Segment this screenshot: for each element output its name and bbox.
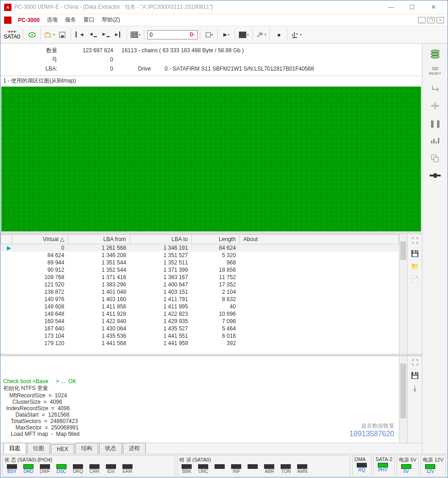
tab-状态[interactable]: 状态 — [99, 443, 122, 454]
minimize-button[interactable]: — — [381, 1, 402, 14]
tab-位图[interactable]: 位图 — [27, 443, 50, 454]
exit-button[interactable]: ▾ — [290, 28, 302, 41]
close-button[interactable]: ✕ — [423, 1, 444, 14]
sata-port-button[interactable]: SATA0 — [3, 28, 21, 41]
value-lba: 0 — [62, 65, 117, 73]
bar-chart-icon[interactable] — [430, 135, 441, 146]
status-state-label: 状 态 (SATA0)-[PIO4] — [5, 456, 173, 463]
save-list-icon[interactable]: 💾 — [411, 250, 419, 258]
reset-icon[interactable]: RESET — [430, 66, 441, 77]
app-icon: A — [4, 4, 11, 11]
table-row[interactable]: 138 8721 401 0481 403 1512 104 — [1, 288, 399, 296]
grid-icon — [131, 32, 138, 38]
mdi-restore-button[interactable]: ❐ — [427, 17, 435, 23]
sector-bitmap[interactable] — [0, 86, 422, 232]
svg-point-5 — [32, 34, 33, 35]
status-group-5v: 电源 5V 5V — [397, 455, 419, 477]
play-button[interactable]: ▶▾ — [221, 28, 232, 41]
chain-table[interactable]: Virtual △LBA fromLBA toLengthAbout ▶01 2… — [0, 234, 399, 354]
maximize-button[interactable]: ☐ — [402, 1, 423, 14]
tab-HEX[interactable]: HEX — [51, 444, 74, 454]
status-group-state: 状 态 (SATA0)-[PIO4] BSYDRDDWFDSCDRQCRRIDX… — [2, 455, 175, 477]
nav-next-button[interactable]: ►▬ — [100, 28, 111, 41]
log-line: ClusterSize = 4096 — [3, 399, 396, 405]
drive-stack-icon[interactable] — [430, 48, 441, 59]
sata-label: SATA0 — [4, 33, 20, 40]
value-count-extra: 16113 - chains ( 63 333 183 488 Byte / 5… — [118, 46, 318, 55]
title-bar: A PC-3000 UDMA-E - China - [Data Extract… — [0, 0, 448, 14]
table-row[interactable]: 179 1201 441 5681 441 959392 — [1, 340, 399, 347]
svg-rect-9 — [206, 33, 210, 37]
log-line: Load MFT map - Map filled — [3, 431, 396, 437]
mdi-minimize-button[interactable]: _ — [418, 17, 426, 23]
sector-input[interactable]: 0D↓ — [147, 30, 198, 39]
table-row[interactable]: 109 7681 371 4161 383 16711 752 — [1, 274, 399, 281]
table-row[interactable]: 90 9121 352 5441 371 39918 856 — [1, 266, 399, 274]
col-header[interactable]: Virtual △ — [12, 235, 68, 244]
col-header[interactable]: LBA to — [130, 235, 192, 244]
alignment-icon[interactable] — [430, 100, 441, 111]
menu-window[interactable]: 窗口 — [80, 14, 98, 26]
col-header[interactable]: Length — [192, 235, 239, 244]
tab-结构[interactable]: 结构 — [75, 443, 98, 454]
table-row[interactable]: 149 6081 411 8561 411 89540 — [1, 303, 399, 310]
pause-icon[interactable]: ❚❚ — [430, 118, 441, 129]
status-group-12v: 电源 12V 12V — [420, 455, 446, 477]
toolbar: SATA0 ▾ ▎◄ ◄▬ ►▬ ►▎ ▾ 0D↓ ▶▾ ▾ ▾ ■ ▾ — [0, 26, 448, 44]
nav-last-button[interactable]: ►▎ — [112, 28, 124, 41]
log-panel[interactable]: Check boot <Base > ... OK初始化 NTFS 变量 Mft… — [0, 356, 399, 443]
zoom-fit-icon[interactable]: ⛶ — [411, 237, 419, 245]
tab-进程[interactable]: 进程 — [123, 443, 146, 454]
table-row[interactable]: 121 5201 383 2961 400 64717 352 — [1, 281, 399, 288]
status-group-dma: DMA RQ — [352, 455, 371, 477]
tab-日志[interactable]: 日志 — [3, 443, 26, 454]
table-row[interactable]: 149 6481 411 9281 422 82310 896 — [1, 310, 399, 318]
table-row[interactable]: 160 5441 422 8401 429 9357 096 — [1, 318, 399, 325]
status-sata2-label: SATA-2 — [376, 456, 393, 462]
menu-options[interactable]: 选项 — [43, 14, 61, 26]
led-5V: 5V — [399, 464, 414, 474]
menu-services[interactable]: 服务 — [61, 14, 80, 26]
export-button[interactable] — [203, 28, 215, 41]
page-icon[interactable]: 📄 — [411, 275, 419, 284]
status-group-sata2: SATA-2 PHY — [373, 455, 395, 477]
save-log-icon[interactable]: 💾 — [411, 372, 419, 380]
led-ERR: ERR — [120, 464, 135, 474]
table-scrollbar[interactable] — [399, 234, 407, 354]
scroll-end-icon[interactable]: ⭳ — [411, 385, 419, 393]
value-count: 123 697 624 — [62, 46, 117, 55]
table-row[interactable]: ▶01 261 5681 346 19184 624 — [1, 244, 399, 252]
table-row[interactable]: 140 9761 403 1601 411 7918 632 — [1, 296, 399, 303]
log-line: DataStart = 1261568 — [3, 412, 396, 418]
col-header[interactable]: LBA from — [68, 235, 130, 244]
table-row[interactable]: 89 9441 351 5441 352 511968 — [1, 259, 399, 266]
zoom-fit-icon-2[interactable]: ⛶ — [411, 359, 419, 367]
table-side-toolbar: ⛶ 💾 📁 📄 — [407, 234, 422, 354]
save-button[interactable] — [56, 28, 68, 41]
open-button[interactable]: ▾ — [44, 28, 55, 41]
log-scrollbar[interactable] — [399, 356, 407, 443]
sector-value: 0 — [149, 31, 190, 39]
svg-rect-17 — [431, 141, 432, 143]
fill-grid-button[interactable]: ▾ — [238, 28, 250, 41]
led-INF: INF — [229, 464, 243, 474]
status-12v-label: 电源 12V — [423, 456, 443, 463]
folder-icon[interactable]: 📁 — [411, 263, 419, 271]
table-row[interactable]: 173 1041 435 5361 441 5516 016 — [1, 332, 399, 340]
svg-rect-18 — [433, 139, 435, 143]
copy-icon[interactable] — [430, 153, 441, 164]
mdi-close-button[interactable]: × — [437, 17, 444, 23]
table-row[interactable]: 167 6401 430 0641 435 5275 464 — [1, 325, 399, 332]
nav-prev-button[interactable]: ◄▬ — [87, 28, 99, 41]
table-row[interactable]: 84 6241 346 2081 351 5275 320 — [1, 252, 399, 259]
svg-point-12 — [431, 55, 439, 58]
menu-help[interactable]: 帮助(Z) — [98, 14, 123, 26]
nav-first-button[interactable]: ▎◄ — [74, 28, 86, 41]
stop-button[interactable]: ■ — [273, 28, 285, 41]
col-header[interactable]: About — [239, 235, 398, 244]
drive-icon-button[interactable] — [26, 28, 38, 41]
connector-icon-1[interactable] — [430, 83, 441, 94]
grid-toggle-button[interactable]: ▾ — [130, 28, 142, 41]
tools-button[interactable]: ▾ — [255, 28, 267, 41]
belt-icon[interactable] — [430, 170, 441, 181]
